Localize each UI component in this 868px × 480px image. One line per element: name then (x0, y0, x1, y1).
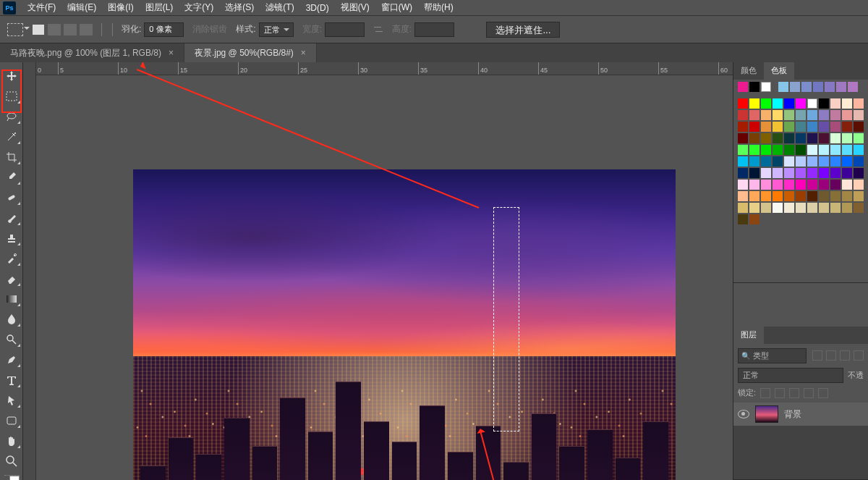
swatch[interactable] (784, 156, 794, 167)
menu-view[interactable]: 视图(V) (335, 0, 375, 15)
close-icon[interactable]: × (301, 48, 306, 58)
layer-filter-kind[interactable]: 🔍 类型 (738, 348, 807, 363)
swatch[interactable] (738, 191, 748, 201)
swatch[interactable] (836, 82, 846, 92)
swatch[interactable] (773, 168, 783, 178)
swatch[interactable] (842, 180, 852, 190)
swatch[interactable] (801, 82, 812, 92)
swatch[interactable] (773, 203, 783, 213)
swatch[interactable] (796, 156, 806, 167)
refine-edge-button[interactable]: 选择并遮住... (486, 22, 560, 38)
swatch[interactable] (807, 110, 817, 120)
swatch[interactable] (784, 122, 794, 132)
swatch[interactable] (761, 168, 771, 178)
layer-name[interactable]: 背景 (784, 408, 801, 421)
menu-type[interactable]: 文字(Y) (179, 0, 219, 15)
lock-transparency-icon[interactable] (760, 388, 770, 398)
swatch[interactable] (749, 98, 760, 109)
swatch[interactable] (773, 156, 783, 167)
filter-shape-icon[interactable] (854, 350, 864, 361)
canvas-area[interactable]: 0 5 10 15 20 25 30 35 40 45 50 55 60 (23, 62, 733, 480)
swatch[interactable] (796, 203, 806, 213)
swatch[interactable] (807, 122, 817, 132)
swatch[interactable] (819, 203, 829, 213)
swatch[interactable] (738, 122, 748, 132)
swatch[interactable] (796, 133, 806, 143)
swatch[interactable] (784, 203, 794, 213)
swatch[interactable] (761, 156, 771, 167)
swatch[interactable] (749, 145, 760, 155)
swatch[interactable] (842, 98, 852, 109)
swatch[interactable] (807, 203, 817, 213)
swatch[interactable] (842, 191, 852, 201)
swatch[interactable] (819, 191, 829, 201)
filter-adjust-icon[interactable] (826, 350, 836, 361)
selection-intersect-icon[interactable] (80, 24, 93, 35)
swatch[interactable] (761, 133, 771, 143)
swatch[interactable] (773, 110, 783, 120)
swatch[interactable] (842, 122, 852, 132)
swatch[interactable] (796, 110, 806, 120)
swatch[interactable] (784, 180, 794, 190)
swatch[interactable] (749, 110, 760, 120)
selection-subtract-icon[interactable] (64, 24, 77, 35)
selection-add-icon[interactable] (48, 24, 61, 35)
swatch[interactable] (738, 168, 748, 178)
swatch[interactable] (842, 110, 852, 120)
swatch[interactable] (761, 98, 771, 109)
swatch[interactable] (807, 168, 817, 178)
swatch[interactable] (819, 122, 829, 132)
swatch[interactable] (773, 180, 783, 190)
swatch[interactable] (796, 180, 806, 190)
document-tab-1[interactable]: 马路夜晚.png @ 100% (图层 1, RGB/8) × (0, 43, 184, 62)
swatch[interactable] (854, 168, 864, 178)
swatch[interactable] (761, 110, 771, 120)
swatch[interactable] (761, 203, 771, 213)
swatch[interactable] (784, 133, 794, 143)
swatch[interactable] (819, 98, 829, 109)
swatch[interactable] (738, 110, 748, 120)
swatch[interactable] (790, 82, 800, 92)
swatch[interactable] (796, 168, 806, 178)
document-tab-2[interactable]: 夜景.jpg @ 50%(RGB/8#) × (184, 43, 317, 62)
swatch[interactable] (749, 214, 760, 224)
visibility-eye-icon[interactable] (738, 410, 749, 418)
swatch[interactable] (819, 180, 829, 190)
swatch[interactable] (830, 156, 841, 167)
swatch[interactable] (807, 145, 817, 155)
swatch[interactable] (830, 98, 841, 109)
color-tab[interactable]: 颜色 (733, 62, 764, 80)
swatch[interactable] (796, 191, 806, 201)
swatch[interactable] (773, 122, 783, 132)
swatch[interactable] (761, 82, 771, 92)
swatch[interactable] (761, 191, 771, 201)
swatch[interactable] (773, 98, 783, 109)
swatch[interactable] (830, 122, 841, 132)
zoom-tool-icon[interactable] (4, 455, 20, 468)
swatch[interactable] (738, 82, 748, 92)
swatch[interactable] (749, 133, 760, 143)
swatch[interactable] (807, 180, 817, 190)
layer-thumbnail[interactable] (755, 405, 778, 423)
lock-paint-icon[interactable] (775, 388, 785, 398)
swatch[interactable] (761, 122, 771, 132)
swatch[interactable] (854, 180, 864, 190)
swatch[interactable] (819, 133, 829, 143)
menu-edit[interactable]: 编辑(E) (61, 0, 102, 15)
swatch[interactable] (830, 191, 841, 201)
swatch[interactable] (842, 156, 852, 167)
filter-pixel-icon[interactable] (812, 350, 822, 361)
swatch[interactable] (842, 203, 852, 213)
swatch[interactable] (819, 156, 829, 167)
swatch[interactable] (807, 133, 817, 143)
swatch[interactable] (842, 133, 852, 143)
swatch[interactable] (761, 145, 771, 155)
swatch[interactable] (738, 180, 748, 190)
swatch[interactable] (854, 98, 864, 109)
menu-3d[interactable]: 3D(D) (300, 1, 335, 14)
swatch[interactable] (819, 110, 829, 120)
swatch[interactable] (807, 156, 817, 167)
swatch[interactable] (784, 168, 794, 178)
swatch[interactable] (784, 110, 794, 120)
swatch[interactable] (854, 145, 864, 155)
